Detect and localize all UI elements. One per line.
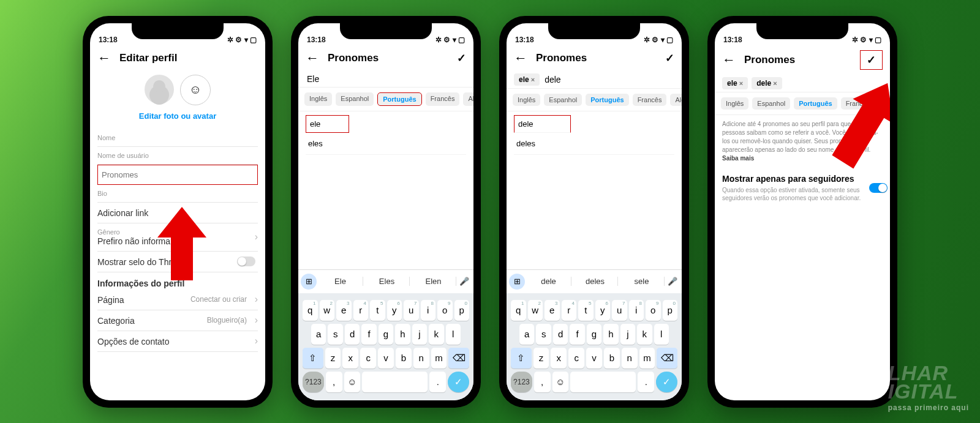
lang-tab-es[interactable]: Espanhol bbox=[336, 92, 374, 106]
pronoun-input-row[interactable]: ele× bbox=[507, 71, 682, 88]
key-.[interactable]: . bbox=[638, 372, 654, 392]
key-l[interactable]: l bbox=[654, 324, 669, 345]
key-.[interactable]: . bbox=[429, 372, 446, 392]
key-q[interactable]: q1 bbox=[511, 300, 526, 321]
bio-field[interactable]: Bio bbox=[97, 185, 258, 203]
learn-more-link[interactable]: Saiba mais bbox=[722, 155, 754, 162]
key-v[interactable]: v bbox=[378, 348, 394, 369]
remove-chip-icon[interactable]: × bbox=[531, 76, 535, 83]
key-k[interactable]: k bbox=[637, 324, 652, 345]
page-row[interactable]: Página Conectar ou criar › bbox=[97, 290, 258, 310]
key-r[interactable]: r4 bbox=[353, 300, 369, 321]
suggestion-eles[interactable]: eles bbox=[306, 133, 466, 155]
key-n[interactable]: n bbox=[622, 348, 638, 369]
key-i[interactable]: i8 bbox=[421, 300, 436, 321]
suggest-word[interactable]: deles bbox=[573, 277, 618, 286]
lang-tab-es[interactable]: Espanhol bbox=[544, 94, 582, 106]
key-x[interactable]: x bbox=[342, 348, 358, 369]
lang-tab-fr[interactable]: Francês bbox=[426, 92, 460, 106]
back-arrow-icon[interactable]: ← bbox=[306, 50, 319, 66]
name-field[interactable]: Nome bbox=[97, 129, 258, 147]
key-p[interactable]: p0 bbox=[663, 300, 678, 321]
key-e[interactable]: e3 bbox=[545, 300, 560, 321]
key-l[interactable]: l bbox=[446, 324, 461, 345]
lang-tab-fr[interactable]: Francês bbox=[633, 94, 667, 106]
back-arrow-icon[interactable]: ← bbox=[97, 50, 111, 66]
key-s[interactable]: s bbox=[328, 324, 342, 345]
lang-tab-es[interactable]: Espanhol bbox=[752, 97, 790, 110]
key-,[interactable]: , bbox=[326, 372, 342, 392]
key-t[interactable]: t5 bbox=[578, 300, 594, 321]
key-r[interactable]: r4 bbox=[562, 300, 577, 321]
key-c[interactable]: c bbox=[360, 348, 376, 369]
key-m[interactable]: m bbox=[639, 348, 655, 369]
keyboard-toolbar-icon[interactable]: ⊞ bbox=[509, 274, 525, 290]
mic-icon[interactable]: 🎤 bbox=[666, 277, 679, 286]
key-q[interactable]: q1 bbox=[303, 300, 318, 321]
key-⇧[interactable]: ⇧ bbox=[511, 348, 532, 369]
edit-photo-link[interactable]: Editar foto ou avatar bbox=[90, 111, 265, 121]
key-p[interactable]: p0 bbox=[454, 300, 470, 321]
pronoun-input-row[interactable] bbox=[298, 71, 473, 87]
key-✓[interactable]: ✓ bbox=[656, 372, 677, 392]
key-v[interactable]: v bbox=[586, 348, 602, 369]
pronoun-input[interactable] bbox=[543, 74, 674, 85]
followers-only-row[interactable]: Mostrar apenas para seguidores Quando es… bbox=[715, 168, 890, 208]
threads-toggle[interactable] bbox=[237, 256, 255, 266]
confirm-check-icon[interactable]: ✓ bbox=[665, 51, 674, 65]
key-✓[interactable]: ✓ bbox=[448, 372, 469, 392]
key-c[interactable]: c bbox=[568, 348, 584, 369]
key-t[interactable]: t5 bbox=[370, 300, 385, 321]
suggestion-ele[interactable]: ele bbox=[306, 115, 349, 133]
key-z[interactable]: z bbox=[325, 348, 341, 369]
keyboard-toolbar-icon[interactable]: ⊞ bbox=[301, 274, 317, 290]
key-[interactable] bbox=[362, 372, 428, 392]
pronoun-chip-ele[interactable]: ele× bbox=[722, 77, 748, 89]
key-j[interactable]: j bbox=[620, 324, 635, 345]
key-u[interactable]: u7 bbox=[404, 300, 419, 321]
key-⌫[interactable]: ⌫ bbox=[657, 348, 677, 369]
key-m[interactable]: m bbox=[431, 348, 447, 369]
avatar-button[interactable]: ☺ bbox=[180, 75, 211, 105]
lang-tab-en[interactable]: Inglês bbox=[513, 94, 540, 106]
suggestion-dele[interactable]: dele bbox=[514, 115, 571, 133]
key-?123[interactable]: ?123 bbox=[511, 372, 532, 392]
pronoun-chip-ele[interactable]: ele× bbox=[514, 73, 540, 86]
key-f[interactable]: f bbox=[570, 324, 584, 345]
category-row[interactable]: Categoria Blogueiro(a) › bbox=[97, 310, 258, 331]
key-[interactable] bbox=[570, 372, 636, 392]
suggest-word[interactable]: sele bbox=[619, 277, 665, 286]
key-g[interactable]: g bbox=[379, 324, 393, 345]
suggest-word[interactable]: dele bbox=[526, 277, 571, 286]
key-w[interactable]: w2 bbox=[320, 300, 335, 321]
key-f[interactable]: f bbox=[361, 324, 376, 345]
remove-chip-icon[interactable]: × bbox=[739, 80, 743, 87]
pronoun-input[interactable] bbox=[306, 73, 466, 84]
key-b[interactable]: b bbox=[396, 348, 412, 369]
pronouns-field[interactable]: Pronomes bbox=[97, 165, 258, 185]
key-d[interactable]: d bbox=[553, 324, 568, 345]
key-a[interactable]: a bbox=[311, 324, 326, 345]
key-h[interactable]: h bbox=[603, 324, 618, 345]
lang-tab-pt[interactable]: Português bbox=[377, 92, 421, 106]
key-⌫[interactable]: ⌫ bbox=[448, 348, 469, 369]
key-d[interactable]: d bbox=[345, 324, 360, 345]
contact-options-row[interactable]: Opções de contato › bbox=[97, 331, 258, 352]
key-k[interactable]: k bbox=[429, 324, 443, 345]
key-h[interactable]: h bbox=[395, 324, 410, 345]
username-field[interactable]: Nome de usuário bbox=[97, 147, 258, 165]
key-,[interactable]: , bbox=[534, 372, 551, 392]
key-x[interactable]: x bbox=[551, 348, 567, 369]
key-e[interactable]: e3 bbox=[336, 300, 352, 321]
key-o[interactable]: o9 bbox=[437, 300, 453, 321]
confirm-check-icon[interactable]: ✓ bbox=[860, 50, 883, 70]
lang-tab-de[interactable]: Alemão bbox=[463, 92, 473, 106]
suggest-word[interactable]: Ele bbox=[318, 277, 363, 286]
key-a[interactable]: a bbox=[519, 324, 534, 345]
lang-tab-en[interactable]: Inglês bbox=[721, 97, 748, 110]
lang-tab-de[interactable]: Alemão bbox=[670, 94, 682, 106]
followers-only-toggle[interactable] bbox=[869, 183, 888, 193]
key-?123[interactable]: ?123 bbox=[303, 372, 324, 392]
suggest-word[interactable]: Elen bbox=[411, 277, 456, 286]
key-y[interactable]: y6 bbox=[595, 300, 611, 321]
